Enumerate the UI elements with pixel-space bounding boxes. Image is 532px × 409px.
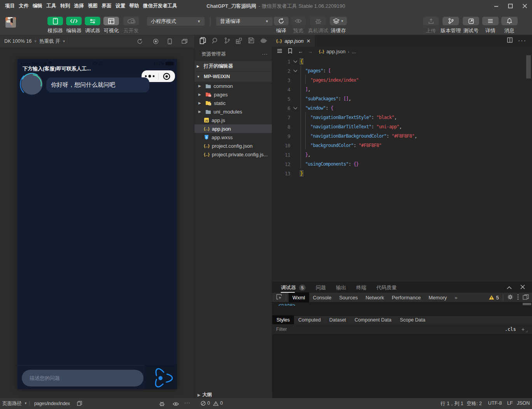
close-tab-icon[interactable]: ✕: [306, 38, 311, 44]
menu-选择[interactable]: 选择: [74, 3, 84, 9]
version-button[interactable]: [443, 17, 459, 25]
debug-tab-输出[interactable]: 输出: [336, 284, 346, 291]
toolbar-button-模拟器[interactable]: [47, 17, 63, 25]
bookmark-icon[interactable]: [288, 48, 292, 55]
menu-视图[interactable]: 视图: [88, 3, 98, 9]
menu-转到[interactable]: 转到: [60, 3, 70, 9]
menu-微信开发者工具[interactable]: 微信开发者工具: [143, 3, 177, 9]
wxml-tree[interactable]: <page>: [272, 302, 532, 315]
styles-tab-Computed[interactable]: Computed: [294, 315, 325, 324]
more-actions-icon[interactable]: ···: [518, 37, 527, 44]
file-item-project.private.config.js...[interactable]: {..}project.private.config.js...: [194, 150, 272, 159]
rotate-icon[interactable]: [137, 35, 143, 47]
outline-list-icon[interactable]: [277, 48, 282, 55]
devtools-settings-icon[interactable]: [507, 294, 513, 301]
styles-tab-Dataset[interactable]: Dataset: [325, 315, 350, 324]
breadcrumb-file[interactable]: app.json: [326, 49, 345, 54]
editor-scrollbar[interactable]: [526, 55, 531, 79]
menu-编辑[interactable]: 编辑: [33, 3, 42, 9]
npm-whale-icon[interactable]: [260, 38, 268, 45]
file-item-app.json[interactable]: {..}app.json: [194, 124, 272, 133]
storage-activity-icon[interactable]: [248, 37, 254, 45]
exit-circle-icon[interactable]: [159, 73, 175, 80]
more-options-icon[interactable]: ···: [184, 400, 191, 406]
styles-tab-Scope-Data[interactable]: Scope Data: [396, 315, 429, 324]
cursor-position[interactable]: 行 1，列 1: [441, 400, 463, 407]
record-icon[interactable]: [153, 35, 159, 47]
warning-count[interactable]: 5: [489, 295, 499, 301]
explorer-activity-icon[interactable]: [200, 37, 206, 46]
styles-tab-Component-Data[interactable]: Component Data: [350, 315, 396, 324]
back-arrow-icon[interactable]: ←: [298, 49, 303, 54]
multi-window-icon[interactable]: [182, 35, 187, 47]
file-item-pages[interactable]: ▶<>pages: [194, 90, 272, 99]
cls-toggle[interactable]: .cls: [505, 327, 516, 332]
indent-setting[interactable]: 空格: 2: [467, 400, 482, 407]
open-editors-section[interactable]: ▶ 打开的编辑器: [194, 61, 272, 71]
detail-button[interactable]: [482, 17, 499, 25]
debug-tab-问题[interactable]: 问题: [316, 284, 326, 291]
debug-tab-调试器[interactable]: 调试器5: [281, 284, 306, 291]
file-item-project.config.json[interactable]: {..}project.config.json: [194, 142, 272, 150]
outline-section[interactable]: ▶ 大纲: [194, 391, 272, 399]
extensions-activity-icon[interactable]: [236, 37, 242, 45]
devtools-menu-icon[interactable]: [517, 294, 519, 301]
new-style-rule-icon[interactable]: +: [522, 326, 525, 332]
clear-cache-button[interactable]: ▼: [330, 17, 347, 25]
eol-setting[interactable]: LF: [507, 400, 513, 406]
file-item-app.wxss[interactable]: 3app.wxss: [194, 133, 272, 142]
styles-tab-Styles[interactable]: Styles: [272, 315, 294, 324]
toolbar-button-云开发[interactable]: [123, 17, 139, 25]
appmode-dropdown[interactable]: 小程序模式▼: [147, 17, 205, 26]
question-input[interactable]: 描述您的问题: [22, 370, 144, 386]
menu-工具[interactable]: 工具: [47, 3, 56, 9]
toolbar-button-调试器[interactable]: [85, 17, 100, 25]
forward-arrow-icon[interactable]: →: [308, 49, 313, 54]
more-tabs-icon[interactable]: »: [455, 295, 457, 301]
devtools-tab-Sources[interactable]: Sources: [335, 292, 362, 303]
file-item-uni-modules[interactable]: ▶uni_modules: [194, 107, 272, 116]
upload-button[interactable]: [423, 17, 439, 25]
debug-tab-代码质量[interactable]: 代码质量: [376, 284, 397, 291]
vconsole-icon[interactable]: [159, 400, 165, 408]
breadcrumb-more[interactable]: ...: [352, 49, 356, 54]
device-debug-button[interactable]: [310, 17, 326, 25]
devtools-tab-Console[interactable]: Console: [309, 292, 336, 303]
toolbar-button-编辑器[interactable]: [66, 17, 82, 25]
devtools-tab-Wxml[interactable]: Wxml: [289, 292, 309, 303]
device-selector[interactable]: DK 100% 16▼: [4, 35, 37, 47]
menu-设置[interactable]: 设置: [116, 3, 125, 9]
message-button[interactable]: [501, 17, 518, 25]
fold-chevron-icon[interactable]: [290, 107, 300, 110]
inspect-element-icon[interactable]: [272, 294, 286, 301]
user-avatar[interactable]: [5, 17, 16, 28]
maximize-button[interactable]: [503, 0, 518, 12]
testid-button[interactable]: [463, 17, 479, 25]
minimize-button[interactable]: [489, 0, 503, 12]
tab-app-json[interactable]: {..} app.json ✕: [272, 35, 315, 47]
encoding-setting[interactable]: UTF-8: [488, 400, 502, 406]
file-item-app.js[interactable]: JSapp.js: [194, 116, 272, 124]
explorer-more-icon[interactable]: ···: [262, 51, 268, 57]
eye-icon[interactable]: [173, 402, 179, 407]
file-item-common[interactable]: ▶common: [194, 82, 272, 90]
close-button[interactable]: [518, 0, 532, 12]
file-item-static[interactable]: ▶static: [194, 99, 272, 107]
collapse-panel-icon[interactable]: [507, 285, 512, 290]
toolbar-button-可视化[interactable]: [103, 17, 119, 25]
close-panel-icon[interactable]: [520, 285, 525, 290]
fold-chevron-icon[interactable]: [290, 70, 300, 72]
debug-tab-终端[interactable]: 终端: [356, 284, 366, 291]
devtools-tab-Network[interactable]: Network: [362, 292, 388, 303]
search-activity-icon[interactable]: [212, 37, 219, 45]
error-count[interactable]: 0 0: [201, 400, 223, 406]
compile-button[interactable]: [274, 17, 289, 25]
copy-icon[interactable]: [77, 401, 82, 407]
preview-button[interactable]: [291, 17, 306, 25]
menu-帮助[interactable]: 帮助: [130, 3, 139, 9]
menu-界面[interactable]: 界面: [102, 3, 112, 9]
menu-文件[interactable]: 文件: [19, 3, 29, 9]
device-frame-icon[interactable]: [168, 35, 172, 47]
dock-side-icon[interactable]: [523, 294, 529, 301]
devtools-tab-Performance[interactable]: Performance: [388, 292, 425, 303]
